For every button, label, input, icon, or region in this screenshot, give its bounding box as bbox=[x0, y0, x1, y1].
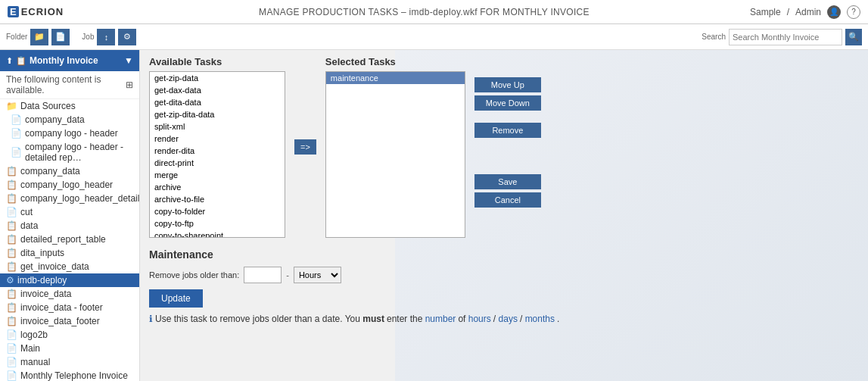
sidebar-item-det-report-table[interactable]: 📋 detailed_report_table bbox=[0, 233, 139, 246]
sidebar-item-company-logo-header-det[interactable]: 📄 company logo - header - detailed rep… bbox=[0, 140, 139, 164]
sidebar-item-imdb-deploy[interactable]: ⚙ imdb-deploy bbox=[0, 273, 139, 287]
job-btn1[interactable]: ↕ bbox=[97, 29, 115, 45]
folder-icon: 📁 bbox=[6, 101, 17, 111]
report-icon: 📄 bbox=[11, 114, 22, 125]
task-item-copy-to-ftp[interactable]: copy-to-ftp bbox=[150, 217, 285, 230]
job-btn2[interactable]: ⚙ bbox=[118, 29, 136, 45]
task-item-archive[interactable]: archive bbox=[150, 181, 285, 193]
cancel-button[interactable]: Cancel bbox=[474, 192, 541, 208]
info-slash2: / bbox=[520, 314, 525, 324]
task-item-direct-print[interactable]: direct-print bbox=[150, 157, 285, 169]
folder-btn2[interactable]: 📄 bbox=[51, 29, 70, 45]
separator: / bbox=[787, 7, 789, 17]
sidebar-item-data[interactable]: 📋 data bbox=[0, 219, 139, 233]
task-item-get-zip-dita-data[interactable]: get-zip-dita-data bbox=[150, 108, 285, 120]
search-input[interactable] bbox=[729, 29, 842, 45]
file-icon: 📋 bbox=[6, 166, 17, 176]
upload-icon: ⬆ bbox=[6, 56, 13, 66]
sidebar-item-get-invoice[interactable]: 📋 get_invoice_data bbox=[0, 260, 139, 273]
item-label: company logo - header - detailed rep… bbox=[25, 142, 133, 163]
item-label: detailed_report_table bbox=[20, 234, 106, 245]
header: E ECRION Manage Production Tasks – imdb-… bbox=[0, 0, 868, 24]
add-task-button[interactable]: => bbox=[294, 139, 316, 155]
sidebar-item-main[interactable]: 📄 Main bbox=[0, 342, 139, 355]
sidebar-item-logo2b[interactable]: 📄 logo2b bbox=[0, 328, 139, 342]
sidebar-item-invoice-data-footer[interactable]: 📋 invoice_data_footer bbox=[0, 314, 139, 328]
tasks-row: Available Tasks get-zip-data get-dax-dat… bbox=[149, 56, 859, 238]
task-item-copy-to-folder[interactable]: copy-to-folder bbox=[150, 205, 285, 217]
search-button[interactable]: 🔍 bbox=[845, 29, 862, 45]
logo-e-icon: E bbox=[8, 6, 19, 17]
task-item-get-zip-data[interactable]: get-zip-data bbox=[150, 72, 285, 84]
logo: E ECRION bbox=[8, 6, 98, 17]
remove-button[interactable]: Remove bbox=[474, 123, 541, 138]
task-item-render[interactable]: render bbox=[150, 133, 285, 145]
task-item-merge[interactable]: merge bbox=[150, 169, 285, 181]
file-icon: 📄 bbox=[6, 370, 17, 381]
file-blue-icon: ⚙ bbox=[6, 275, 14, 286]
update-button[interactable]: Update bbox=[149, 289, 203, 308]
task-item-get-dita-data[interactable]: get-dita-data bbox=[150, 96, 285, 108]
save-button[interactable]: Save bbox=[474, 174, 541, 189]
remove-label: Remove jobs older than: bbox=[149, 270, 239, 280]
file-icon: 📋 bbox=[6, 193, 17, 204]
task-item-render-dita[interactable]: render-dita bbox=[150, 145, 285, 157]
sidebar-item-invoice-footer[interactable]: 📋 invoice_data - footer bbox=[0, 301, 139, 314]
arrow-area: => bbox=[294, 56, 316, 155]
selected-tasks-list: maintenance bbox=[325, 71, 465, 238]
info-must: must bbox=[362, 314, 384, 324]
sidebar-header: ⬆ 📋 Monthly Invoice ▼ bbox=[0, 50, 139, 71]
title-sep: – bbox=[401, 7, 409, 17]
sidebar-item-datasources[interactable]: 📁 Data Sources bbox=[0, 99, 139, 113]
available-tasks-title: Available Tasks bbox=[149, 56, 285, 67]
input-dash: - bbox=[286, 270, 289, 280]
info-slash1: / bbox=[493, 314, 499, 324]
task-item-copy-to-sharepoint[interactable]: copy-to-sharepoint bbox=[150, 230, 285, 238]
item-label: cut bbox=[20, 207, 33, 217]
task-item-archive-to-file[interactable]: archive-to-file bbox=[150, 193, 285, 205]
item-label: get_invoice_data bbox=[20, 261, 89, 272]
grid-icon[interactable]: ⊞ bbox=[126, 80, 133, 90]
info-enter: enter the bbox=[387, 314, 425, 324]
maintenance-title: Maintenance bbox=[149, 248, 859, 261]
sidebar-item-cut[interactable]: 📄 cut bbox=[0, 205, 139, 219]
sidebar-chevron-icon[interactable]: ▼ bbox=[124, 55, 133, 66]
folder-btn1[interactable]: 📁 bbox=[30, 29, 48, 45]
item-label: company_data bbox=[25, 114, 85, 125]
sidebar-title: Monthly Invoice bbox=[30, 55, 98, 66]
item-label: invoice_data_footer bbox=[20, 316, 100, 326]
maintenance-section: Maintenance Remove jobs older than: - Ho… bbox=[149, 248, 859, 324]
available-tasks-panel: Available Tasks get-zip-data get-dax-dat… bbox=[149, 56, 285, 238]
sidebar-item-monthly-tel[interactable]: 📄 Monthly Telephone Invoice bbox=[0, 369, 139, 381]
item-label: company logo - header bbox=[25, 128, 118, 139]
item-label: imdb-deploy bbox=[17, 275, 67, 286]
sidebar-item-manual[interactable]: 📄 manual bbox=[0, 355, 139, 369]
sidebar-item-invoice-data[interactable]: 📋 invoice_data bbox=[0, 287, 139, 301]
task-item-get-dax-data[interactable]: get-dax-data bbox=[150, 84, 285, 96]
sidebar-item-company-logo-header[interactable]: 📄 company logo - header bbox=[0, 126, 139, 140]
sidebar-content-label: The following content is available. ⊞ bbox=[0, 71, 139, 99]
user-icon: 👤 bbox=[827, 5, 841, 19]
sidebar-item-logo-header-det[interactable]: 📋 company_logo_header_detailed_report bbox=[0, 192, 139, 205]
title-for: for bbox=[480, 7, 502, 17]
sidebar-item-dita-inputs[interactable]: 📋 dita_inputs bbox=[0, 246, 139, 260]
item-label: invoice_data - footer bbox=[20, 302, 103, 313]
task-item-split-xml[interactable]: split-xml bbox=[150, 120, 285, 133]
sidebar-item-company-data-2[interactable]: 📋 company_data bbox=[0, 164, 139, 178]
move-up-button[interactable]: Move Up bbox=[474, 77, 541, 92]
sidebar-item-company-data-1[interactable]: 📄 company_data bbox=[0, 113, 139, 126]
help-icon[interactable]: ? bbox=[847, 5, 860, 19]
report-icon: 📄 bbox=[11, 128, 22, 139]
move-down-button[interactable]: Move Down bbox=[474, 95, 541, 111]
info-period: . bbox=[557, 314, 559, 324]
header-right: Sample / Admin 👤 ? bbox=[750, 5, 860, 19]
maintenance-input[interactable] bbox=[244, 267, 282, 283]
info-hours: hours bbox=[468, 314, 491, 324]
maintenance-select[interactable]: Hours Days Months bbox=[294, 267, 341, 283]
user-name: Sample bbox=[750, 7, 781, 17]
file-icon: 📋 bbox=[6, 261, 17, 272]
sidebar-item-logo-header[interactable]: 📋 company_logo_header bbox=[0, 178, 139, 192]
selected-item-maintenance[interactable]: maintenance bbox=[326, 72, 465, 84]
title-job: imdb-deploy.wkf bbox=[409, 7, 478, 17]
file-icon: 📄 bbox=[6, 343, 17, 354]
